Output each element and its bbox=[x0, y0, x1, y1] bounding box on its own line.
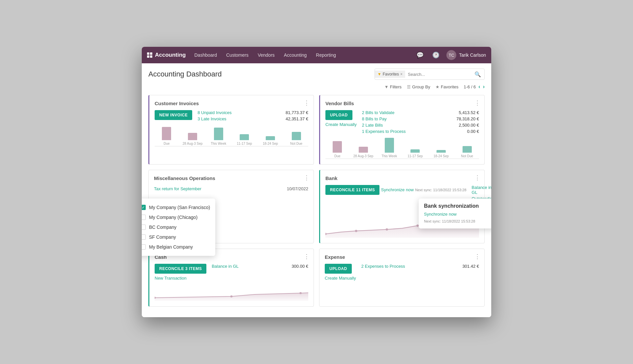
bank-title: Bank bbox=[325, 175, 479, 181]
stat-row: 2 Late Bills 2,500.00 € bbox=[362, 123, 479, 128]
bar-label: 18-24 Sep bbox=[263, 142, 278, 145]
cash-line-chart bbox=[155, 285, 308, 301]
customer-invoices-menu[interactable]: ⋮ bbox=[304, 99, 310, 106]
company-dropdown[interactable]: ✓ My Company (San Francisco) My Company … bbox=[142, 198, 215, 256]
tooltip-sync-link[interactable]: Synchronize now bbox=[424, 212, 489, 217]
user-menu[interactable]: TC Tarik Carlson bbox=[446, 50, 486, 60]
nav-customers[interactable]: Customers bbox=[222, 47, 253, 63]
create-manually-link[interactable]: Create Manually bbox=[325, 122, 357, 127]
stat-label[interactable]: 2 Late Bills bbox=[362, 123, 383, 128]
stat-row: 2 Bills to Validate 5,413.52 € bbox=[362, 110, 479, 115]
next-page-button[interactable]: › bbox=[483, 84, 485, 90]
reconcile-items-button[interactable]: RECONCILE 11 ITEMS bbox=[325, 185, 379, 195]
expense-upload-button[interactable]: UPLOAD bbox=[325, 264, 352, 274]
stat-row: 8 Unpaid Invoices 81,773.37 € bbox=[197, 110, 308, 115]
bar-label: Due bbox=[164, 142, 169, 145]
bar-group: Due bbox=[155, 127, 179, 145]
company-checkbox-sf2[interactable] bbox=[142, 234, 146, 240]
company-label-sf: My Company (San Francisco) bbox=[149, 205, 210, 210]
chart-dot bbox=[386, 228, 388, 230]
company-checkbox-chicago[interactable] bbox=[142, 215, 146, 220]
stat-label-0[interactable]: 8 Unpaid Invoices bbox=[197, 110, 231, 115]
company-item-belgian[interactable]: My Belgian Company bbox=[142, 242, 210, 252]
pagination: 1-6 / 6 ‹ › bbox=[464, 84, 485, 90]
bar bbox=[333, 141, 342, 153]
prev-page-button[interactable]: ‹ bbox=[478, 84, 480, 90]
customer-invoices-chart: Due 28 Aug-3 Sep This Week 11-17 Sep bbox=[155, 127, 308, 146]
nav-dashboard[interactable]: Dashboard bbox=[190, 47, 222, 63]
groupby-button[interactable]: ☰ Group By bbox=[407, 84, 430, 89]
cash-card: Cash ⋮ RECONCILE 3 ITEMS New Transaction… bbox=[148, 249, 314, 307]
stat-value: 78,318.20 € bbox=[456, 116, 479, 121]
page-header: Accounting Dashboard ▼ Favorites × 🔍 bbox=[148, 69, 485, 80]
stat-label[interactable]: 2 Expenses to Process bbox=[361, 264, 405, 269]
cash-chart-svg bbox=[155, 285, 308, 301]
clock-icon[interactable]: 🕐 bbox=[431, 50, 441, 60]
filters-label: Filters bbox=[390, 84, 402, 89]
stat-label[interactable]: 8 Bills to Pay bbox=[362, 116, 387, 121]
tag-close-icon[interactable]: × bbox=[400, 72, 403, 76]
nav-accounting[interactable]: Accounting bbox=[279, 47, 311, 63]
expense-menu[interactable]: ⋮ bbox=[474, 253, 480, 260]
favorites-button[interactable]: ★ Favorites bbox=[436, 84, 458, 89]
groupby-icon: ☰ bbox=[407, 84, 411, 89]
stat-label[interactable]: Balance in GL bbox=[212, 264, 239, 269]
customer-invoices-card: Customer Invoices ⋮ NEW INVOICE 8 Unpaid… bbox=[148, 95, 314, 165]
stat-label[interactable]: Balance in GL bbox=[472, 185, 491, 195]
company-checkbox-bc[interactable] bbox=[142, 225, 146, 230]
bar-label: 18-24 Sep bbox=[434, 154, 449, 158]
company-item-chicago[interactable]: My Company (Chicago) bbox=[142, 212, 210, 222]
bar-label: 11-17 Sep bbox=[237, 142, 252, 145]
expense-create-link[interactable]: Create Manually bbox=[325, 276, 356, 281]
company-item-bc[interactable]: BC Company bbox=[142, 222, 210, 232]
stat-row: Balance in GL 12,800.00 € bbox=[472, 185, 491, 195]
cash-stats: Balance in GL 300.00 € bbox=[212, 264, 308, 281]
chat-icon[interactable]: 💬 bbox=[415, 50, 425, 60]
app-logo[interactable]: Accounting bbox=[147, 52, 186, 58]
page-title: Accounting Dashboard bbox=[148, 70, 222, 78]
bank-menu[interactable]: ⋮ bbox=[474, 174, 480, 181]
company-checkbox-belgian[interactable] bbox=[142, 244, 146, 250]
filter-icon: ▼ bbox=[384, 84, 389, 89]
avatar: TC bbox=[446, 50, 456, 60]
bar-label: This Week bbox=[211, 142, 226, 145]
reconcile-3-items-button[interactable]: RECONCILE 3 ITEMS bbox=[155, 264, 206, 274]
sync-now-link[interactable]: Synchronize now bbox=[381, 187, 414, 192]
nav-reporting[interactable]: Reporting bbox=[311, 47, 341, 63]
stat-value-0: 81,773.37 € bbox=[286, 110, 308, 115]
new-invoice-button[interactable]: NEW INVOICE bbox=[155, 110, 192, 120]
misc-label[interactable]: Tax return for September bbox=[154, 186, 201, 191]
vendor-bills-card: Vendor Bills ⋮ UPLOAD Create Manually 2 … bbox=[319, 95, 485, 165]
bar-group: This Week bbox=[206, 128, 230, 145]
company-item-sf2[interactable]: SF Company bbox=[142, 232, 210, 242]
misc-ops-menu[interactable]: ⋮ bbox=[304, 174, 310, 181]
upload-button[interactable]: UPLOAD bbox=[325, 110, 352, 120]
search-tag-label: Favorites bbox=[383, 72, 399, 76]
stat-value: 2,500.00 € bbox=[459, 123, 479, 128]
main-content: Accounting Dashboard ▼ Favorites × 🔍 ▼ F… bbox=[142, 63, 491, 317]
bar-label: This Week bbox=[381, 154, 397, 158]
bar-group: 18-24 Sep bbox=[429, 150, 453, 158]
filters-button[interactable]: ▼ Filters bbox=[384, 84, 402, 89]
company-checkbox-sf[interactable]: ✓ bbox=[142, 205, 146, 210]
bar-group: 11-17 Sep bbox=[232, 134, 256, 145]
search-tag[interactable]: ▼ Favorites × bbox=[375, 71, 405, 78]
search-input[interactable] bbox=[405, 71, 471, 78]
bar-label: Not Due bbox=[290, 142, 302, 145]
company-item-sf[interactable]: ✓ My Company (San Francisco) bbox=[142, 202, 210, 212]
misc-row: Tax return for September 10/07/2022 bbox=[154, 185, 308, 193]
expense-top: UPLOAD Create Manually 2 Expenses to Pro… bbox=[325, 264, 479, 281]
customer-invoices-top: NEW INVOICE 8 Unpaid Invoices 81,773.37 … bbox=[155, 110, 308, 123]
company-label-bc: BC Company bbox=[149, 225, 176, 230]
search-button[interactable]: 🔍 bbox=[471, 71, 484, 77]
nav-vendors[interactable]: Vendors bbox=[253, 47, 279, 63]
stat-label[interactable]: 1 Expenses to Process bbox=[362, 129, 406, 134]
stat-label-1[interactable]: 3 Late Invoices bbox=[197, 116, 226, 121]
new-transaction-link[interactable]: New Transaction bbox=[155, 276, 206, 281]
cash-menu[interactable]: ⋮ bbox=[304, 253, 310, 260]
bar bbox=[292, 132, 301, 140]
vendor-bills-menu[interactable]: ⋮ bbox=[474, 99, 480, 106]
stat-label[interactable]: 2 Bills to Validate bbox=[362, 110, 395, 115]
bar bbox=[162, 127, 171, 140]
bar-label: Not Due bbox=[461, 154, 473, 158]
